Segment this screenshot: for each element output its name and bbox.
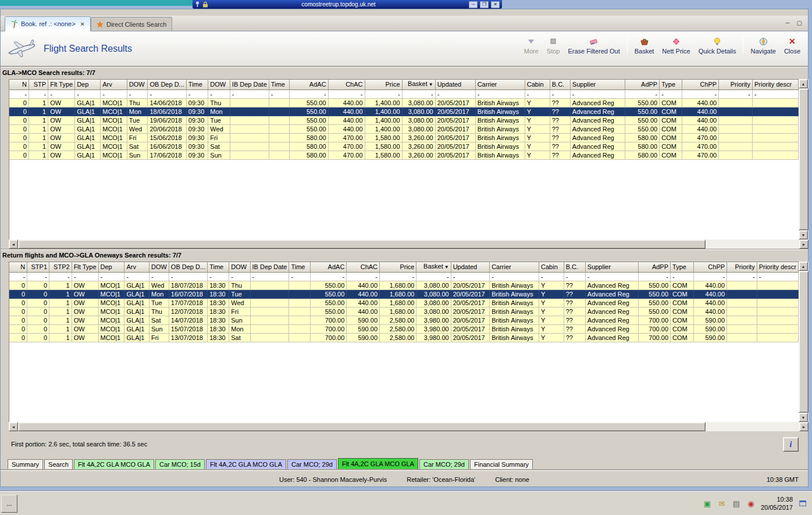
table-row[interactable]: 001OWMCO|1GLA|1Wed18/07/201818:30Thu550.… <box>9 281 799 289</box>
column-header-cabin[interactable]: Cabin <box>539 262 564 272</box>
column-header-price[interactable]: Price <box>365 80 402 90</box>
column-header-chac[interactable]: ChAC <box>328 80 365 90</box>
filter-cell[interactable]: - <box>148 90 186 98</box>
scrollbar-thumb[interactable] <box>799 271 809 413</box>
taskbar-overflow-button[interactable]: ... <box>1 495 17 513</box>
column-header-ob-dep-d-[interactable]: OB Dep D... <box>148 80 186 90</box>
column-header-dow[interactable]: DOW <box>208 80 230 90</box>
tab-direct-clients-search[interactable]: Direct Clients Search <box>91 17 172 31</box>
filter-cell[interactable]: - <box>27 272 49 281</box>
column-header-dep[interactable]: Dep <box>98 262 124 272</box>
column-header-chpp[interactable]: ChPP <box>682 80 719 90</box>
filter-cell[interactable]: - <box>75 90 101 98</box>
filter-cell[interactable]: - <box>638 272 670 281</box>
bottom-tab-8[interactable]: Financial Summary <box>470 459 533 470</box>
tab-booking-ref[interactable]: Book. ref .: <none> ✕ <box>5 16 91 31</box>
bottom-tab-7[interactable]: Car MCO; 29d <box>419 459 469 470</box>
column-header-priority[interactable]: Priority <box>727 262 757 272</box>
column-header-basket[interactable]: Basket▼ <box>402 80 435 90</box>
filter-cell[interactable]: - <box>625 90 659 98</box>
column-header-time[interactable]: Time <box>269 80 289 90</box>
table-row[interactable]: 01OWGLA|1MCO|1Tue19/06/201809:30Tue550.0… <box>9 116 799 124</box>
column-header-stp2[interactable]: STP2 <box>49 262 72 272</box>
column-header-time[interactable]: Time <box>208 262 229 272</box>
more-button[interactable]: More <box>520 34 543 56</box>
quick-details-button[interactable]: Quick Details <box>695 34 740 56</box>
table-row[interactable]: 001OWMCO|1GLA|1Sun15/07/201818:30Mon700.… <box>9 324 799 333</box>
scrollbar-thumb[interactable] <box>799 88 809 230</box>
filter-cell[interactable]: - <box>585 272 638 281</box>
basket-button[interactable]: Basket <box>631 34 658 56</box>
column-header-priority[interactable]: Priority <box>719 80 753 90</box>
horizontal-scrollbar[interactable]: ◄ ► <box>9 239 809 249</box>
column-header-dow[interactable]: DOW <box>127 80 148 90</box>
column-header-b-c-[interactable]: B.C. <box>564 262 585 272</box>
filter-cell[interactable]: - <box>9 272 27 281</box>
tray-scheduler-icon[interactable]: ◉ <box>746 499 756 508</box>
column-header-flt-type[interactable]: Flt Type <box>72 262 98 272</box>
tray-display-icon[interactable]: 🗖 <box>798 499 807 508</box>
filter-cell[interactable]: - <box>9 90 29 98</box>
column-header-updated[interactable]: Updated <box>435 80 475 90</box>
column-header-price[interactable]: Price <box>380 262 416 272</box>
filter-cell[interactable]: - <box>127 90 148 98</box>
scroll-up-icon[interactable]: ▲ <box>799 79 808 88</box>
scroll-up-icon[interactable]: ▲ <box>799 262 808 271</box>
filter-cell[interactable]: - <box>752 90 798 98</box>
nett-price-button[interactable]: Nett Price <box>658 34 694 56</box>
column-header-adac[interactable]: AdAC <box>290 80 328 90</box>
tray-antivirus-icon[interactable]: ▣ <box>703 499 712 508</box>
table-row[interactable]: 01OWGLA|1MCO|1Thu14/06/201809:30Thu550.0… <box>9 98 799 107</box>
column-header-ib-dep-date[interactable]: IB Dep Date <box>230 80 269 90</box>
filter-cell[interactable]: - <box>124 272 149 281</box>
rdp-close-button[interactable]: ✕ <box>491 1 500 8</box>
vertical-scrollbar[interactable]: ▲ ▼ <box>799 79 809 239</box>
filter-cell[interactable]: - <box>149 272 169 281</box>
column-header-carrier[interactable]: Carrier <box>475 80 525 90</box>
filter-cell[interactable]: - <box>328 90 365 98</box>
column-header-supplier[interactable]: Supplier <box>585 262 638 272</box>
filter-cell[interactable]: - <box>186 90 208 98</box>
table-row[interactable]: 01OWGLA|1MCO|1Fri15/06/201809:30Fri580.0… <box>9 133 799 142</box>
pin-icon[interactable] <box>195 0 200 9</box>
column-header-type[interactable]: Type <box>671 262 694 272</box>
view-maximize-icon[interactable]: ▢ <box>797 20 802 26</box>
filter-cell[interactable]: - <box>475 90 525 98</box>
scroll-left-icon[interactable]: ◄ <box>9 239 18 249</box>
filter-cell[interactable]: - <box>435 90 475 98</box>
table-row-selected[interactable]: 001OWMCO|1GLA|1Mon16/07/201818:30Tue550.… <box>9 289 799 298</box>
scroll-down-icon[interactable]: ▼ <box>799 413 808 422</box>
column-header-priority-descr[interactable]: Priority descr <box>757 262 798 272</box>
filter-cell[interactable]: - <box>169 272 207 281</box>
column-header-chpp[interactable]: ChPP <box>694 262 727 272</box>
filter-cell[interactable]: - <box>310 272 347 281</box>
filter-cell[interactable]: - <box>490 272 539 281</box>
column-header-adpp[interactable]: AdPP <box>625 80 659 90</box>
erase-filtered-out-button[interactable]: Erase Filtered Out <box>564 34 624 56</box>
bottom-tab-0[interactable]: Summary <box>8 459 43 470</box>
column-header-ob-dep-d-[interactable]: OB Dep D... <box>169 262 207 272</box>
info-button[interactable]: i <box>783 437 799 452</box>
column-header-time[interactable]: Time <box>186 80 208 90</box>
filter-cell[interactable]: - <box>416 272 451 281</box>
filter-cell[interactable]: - <box>72 272 98 281</box>
column-header-supplier[interactable]: Supplier <box>570 80 625 90</box>
filter-cell[interactable]: - <box>98 272 124 281</box>
column-header-stp[interactable]: STP <box>29 80 48 90</box>
tab-close-icon[interactable]: ✕ <box>80 21 85 27</box>
column-header-ib-dep-date[interactable]: IB Dep Date <box>250 262 289 272</box>
vertical-scrollbar[interactable]: ▲ ▼ <box>799 262 809 422</box>
column-header-dow[interactable]: DOW <box>229 262 250 272</box>
filter-cell[interactable]: - <box>671 272 694 281</box>
filter-cell[interactable]: - <box>229 272 250 281</box>
column-header-stp1[interactable]: STP1 <box>27 262 49 272</box>
filter-cell[interactable]: - <box>451 272 490 281</box>
table-row[interactable]: 001OWMCO|1GLA|1Tue17/07/201818:30Wed550.… <box>9 298 799 307</box>
filter-cell[interactable]: - <box>250 272 289 281</box>
column-header-chac[interactable]: ChAC <box>347 262 380 272</box>
filter-cell[interactable]: - <box>289 272 310 281</box>
rdp-minimize-button[interactable]: ─ <box>469 1 478 8</box>
table-row[interactable]: 001OWMCO|1GLA|1Sat14/07/201818:30Sun700.… <box>9 316 799 324</box>
filter-cell[interactable]: - <box>727 272 757 281</box>
table-row[interactable]: 001OWMCO|1GLA|1Thu12/07/201818:30Fri550.… <box>9 307 799 316</box>
